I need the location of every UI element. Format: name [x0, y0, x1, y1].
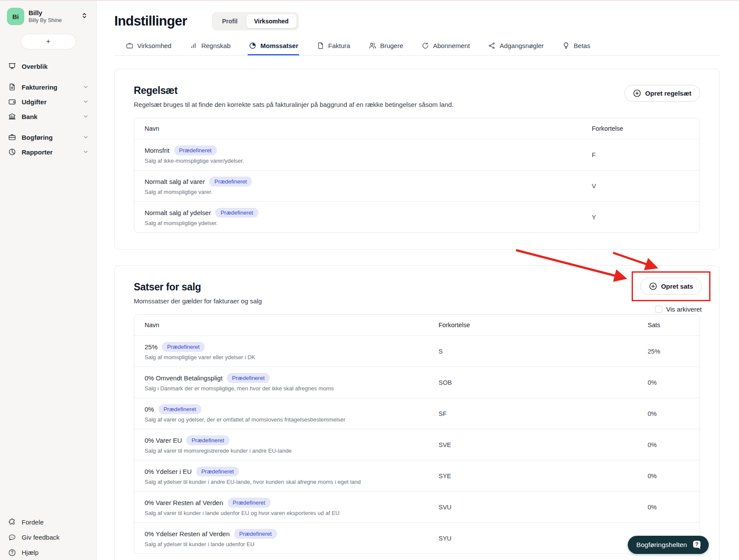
sidebar-item-udgifter[interactable]: Udgifter	[5, 94, 91, 109]
ruleset-title: Regelsæt	[134, 85, 454, 97]
column-header-forkortelse: Forkortelse	[581, 118, 700, 139]
table-row[interactable]: 0%Prædefineret Salg af varer og ydelser,…	[134, 398, 700, 429]
rate-value: 0%	[637, 498, 700, 517]
abbreviation-value: Y	[581, 208, 700, 227]
sidebar-item-giv-feedback[interactable]: Giv feedback	[5, 530, 91, 545]
tab-betas[interactable]: Betas	[561, 40, 591, 55]
abbreviation-value: V	[581, 177, 700, 196]
abbreviation-value: SF	[428, 404, 637, 423]
wallet-icon	[8, 97, 16, 106]
sidebar-item-overblik[interactable]: Overblik	[5, 59, 91, 74]
avatar: Bi	[7, 8, 24, 25]
plus-circle-icon	[649, 282, 657, 290]
table-row[interactable]: 0% Omvendt BetalingspligtPrædefineret Sa…	[134, 367, 700, 398]
predefined-badge: Prædefineret	[228, 498, 271, 508]
bookkeeping-hero-button[interactable]: Bogføringshelten ?	[628, 536, 709, 554]
tab-regnskab[interactable]: Regnskab	[189, 40, 232, 55]
sidebar-item-label: Udgifter	[22, 98, 77, 106]
table-row[interactable]: 0% Ydelser Resten af VerdenPrædefineret …	[134, 522, 700, 554]
column-header-navn: Navn	[134, 315, 428, 335]
sidebar-footer: Fordele Giv feedback Hjælp	[5, 515, 91, 560]
sales-rates-title: Satser for salg	[134, 281, 262, 293]
create-rate-button[interactable]: Opret sats	[640, 278, 702, 295]
table-header-row: Navn Forkortelse	[134, 118, 700, 139]
table-row[interactable]: 0% Ydelser i EUPrædefineret Salg af ydel…	[134, 460, 700, 491]
tab-virksomhed[interactable]: Virksomhed	[125, 40, 172, 55]
sidebar-item-label: Overblik	[22, 63, 89, 70]
rate-value: 25%	[637, 342, 700, 361]
pie-chart-icon	[8, 148, 16, 156]
column-header-navn: Navn	[134, 118, 581, 139]
predefined-badge: Prædefineret	[209, 177, 252, 187]
sales-rates-table: Navn Forkortelse Sats 25%Prædefineret Sa…	[134, 314, 700, 554]
tab-faktura[interactable]: Faktura	[316, 40, 351, 55]
chevron-down-icon	[83, 149, 89, 155]
ruleset-card: Regelsæt Regelsæt bruges til at finde de…	[114, 69, 720, 250]
abbreviation-value: SOB	[428, 373, 637, 392]
sidebar: Bi Billy Billy By Shine + Overblik Faktu…	[0, 1, 97, 560]
sidebar-item-hjaelp[interactable]: Hjælp	[5, 545, 91, 560]
briefcase-icon	[8, 133, 16, 142]
rate-value: 0%	[637, 467, 700, 486]
document-icon	[316, 42, 325, 50]
rate-value: 0%	[637, 373, 700, 392]
puzzle-icon	[8, 518, 16, 527]
workspace-selector-icon[interactable]	[81, 12, 88, 21]
sidebar-item-fordele[interactable]: Fordele	[5, 515, 91, 530]
feedback-bubble-icon	[8, 533, 16, 542]
sidebar-item-label: Bank	[22, 113, 77, 120]
chevron-down-icon	[83, 134, 89, 140]
create-ruleset-button[interactable]: Opret regelsæt	[624, 85, 700, 102]
tab-momssatser[interactable]: Momssatser	[248, 40, 299, 55]
sidebar-item-label: Bogføring	[22, 134, 77, 141]
table-row[interactable]: Normalt salg af ydelserPrædefineret Salg…	[134, 201, 700, 232]
sidebar-item-label: Rapporter	[22, 148, 77, 156]
predefined-badge: Prædefineret	[227, 373, 270, 383]
table-row[interactable]: 25%Prædefineret Salg af momspligtige var…	[134, 335, 700, 367]
briefcase-icon	[126, 42, 134, 50]
plus-icon: +	[46, 37, 51, 46]
workspace-switcher[interactable]: Bi Billy Billy By Shine	[5, 7, 91, 26]
segment-profil[interactable]: Profil	[214, 14, 245, 28]
presentation-icon	[8, 62, 16, 71]
add-button[interactable]: +	[21, 34, 76, 49]
profile-company-toggle: Profil Virksomhed	[212, 12, 299, 30]
table-row[interactable]: 0% Varer EUPrædefineret Salg af varer ti…	[134, 429, 700, 460]
column-header-forkortelse: Forkortelse	[428, 315, 637, 335]
chevron-down-icon	[83, 113, 89, 119]
users-icon	[368, 42, 377, 50]
sidebar-item-label: Giv feedback	[22, 534, 89, 541]
sidebar-nav: Overblik Fakturering Udgifter Bank Bogfø…	[5, 59, 91, 159]
abbreviation-value: SVE	[428, 435, 637, 454]
sales-rates-card: Satser for salg Momssatser der gælder fo…	[114, 265, 720, 560]
sidebar-item-label: Hjælp	[22, 549, 89, 556]
table-row[interactable]: 0% Varer Resten af VerdenPrædefineret Sa…	[134, 491, 700, 522]
table-row[interactable]: MomsfritPrædefineret Salg af ikke-momspl…	[134, 139, 700, 170]
predefined-badge: Prædefineret	[158, 404, 201, 414]
tab-adgangsnoegler[interactable]: Adgangsnøgler	[487, 40, 545, 55]
sidebar-item-bank[interactable]: Bank	[5, 109, 91, 124]
sidebar-item-bogfoering[interactable]: Bogføring	[5, 130, 91, 145]
sidebar-item-fakturering[interactable]: Fakturering	[5, 80, 91, 94]
segment-virksomhed[interactable]: Virksomhed	[246, 14, 297, 28]
abbreviation-value: SVU	[428, 498, 637, 517]
predefined-badge: Prædefineret	[162, 342, 205, 352]
sidebar-item-rapporter[interactable]: Rapporter	[5, 145, 91, 159]
help-circle-icon	[8, 548, 16, 557]
refresh-icon	[421, 42, 429, 50]
svg-text:?: ?	[695, 541, 699, 547]
table-row[interactable]: Normalt salg af varerPrædefineret Salg a…	[134, 170, 700, 201]
rate-value: 0%	[637, 435, 700, 454]
question-bubble-icon: ?	[691, 540, 703, 550]
sales-rates-description: Momssatser der gælder for fakturaer og s…	[134, 297, 262, 305]
settings-tabs: Virksomhed Regnskab Momssatser Faktura B…	[114, 40, 720, 56]
pie-chart-icon	[248, 42, 257, 50]
sidebar-item-label: Fordele	[22, 518, 89, 526]
tab-abonnement[interactable]: Abonnement	[420, 40, 471, 55]
table-header-row: Navn Forkortelse Sats	[134, 315, 700, 335]
show-archived-checkbox[interactable]	[655, 306, 662, 313]
tab-brugere[interactable]: Brugere	[368, 40, 404, 55]
abbreviation-value: SYE	[428, 467, 637, 486]
bar-chart-icon	[190, 42, 198, 50]
invoice-icon	[8, 83, 16, 91]
